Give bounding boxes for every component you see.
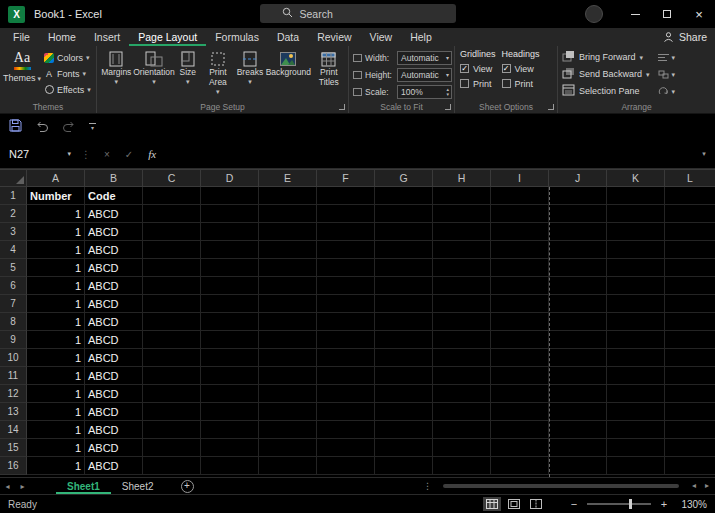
cell-F7[interactable] bbox=[317, 295, 375, 313]
cell-H7[interactable] bbox=[433, 295, 491, 313]
cell-I16[interactable] bbox=[491, 457, 549, 475]
cell-J4[interactable] bbox=[549, 241, 607, 259]
width-combobox[interactable]: Automatic ▾ bbox=[397, 51, 452, 65]
cell-D5[interactable] bbox=[201, 259, 259, 277]
print-area-button[interactable]: Print Area ▾ bbox=[201, 48, 235, 100]
row-header-1[interactable]: 1 bbox=[0, 187, 27, 205]
cell-B10[interactable]: ABCD bbox=[85, 349, 143, 367]
cell-B15[interactable]: ABCD bbox=[85, 439, 143, 457]
zoom-slider-thumb[interactable] bbox=[629, 499, 632, 509]
column-header-A[interactable]: A bbox=[27, 170, 85, 186]
cell-G7[interactable] bbox=[375, 295, 433, 313]
gridlines-print-checkbox[interactable]: Print bbox=[460, 76, 496, 91]
column-header-B[interactable]: B bbox=[85, 170, 143, 186]
cell-C11[interactable] bbox=[143, 367, 201, 385]
cell-H8[interactable] bbox=[433, 313, 491, 331]
cell-I4[interactable] bbox=[491, 241, 549, 259]
column-header-E[interactable]: E bbox=[259, 170, 317, 186]
cell-F2[interactable] bbox=[317, 205, 375, 223]
cell-G16[interactable] bbox=[375, 457, 433, 475]
colors-button[interactable]: Colors ▾ bbox=[42, 50, 93, 65]
cell-H1[interactable] bbox=[433, 187, 491, 205]
cell-L1[interactable] bbox=[665, 187, 715, 205]
rotate-button[interactable]: ▾ bbox=[658, 83, 676, 99]
cell-I2[interactable] bbox=[491, 205, 549, 223]
sheet-tab-sheet1[interactable]: Sheet1 bbox=[56, 478, 111, 494]
column-header-D[interactable]: D bbox=[201, 170, 259, 186]
headings-view-checkbox[interactable]: ✓ View bbox=[502, 61, 540, 76]
cell-D8[interactable] bbox=[201, 313, 259, 331]
zoom-in-button[interactable]: + bbox=[659, 498, 669, 510]
fonts-button[interactable]: A Fonts ▾ bbox=[42, 66, 93, 81]
cell-K12[interactable] bbox=[607, 385, 665, 403]
cell-C8[interactable] bbox=[143, 313, 201, 331]
cell-B2[interactable]: ABCD bbox=[85, 205, 143, 223]
minimize-button[interactable] bbox=[619, 0, 651, 28]
cell-H9[interactable] bbox=[433, 331, 491, 349]
ribbon-tab-view[interactable]: View bbox=[361, 28, 402, 46]
cell-A8[interactable]: 1 bbox=[27, 313, 85, 331]
cell-A13[interactable]: 1 bbox=[27, 403, 85, 421]
ribbon-tab-help[interactable]: Help bbox=[401, 28, 441, 46]
cell-E10[interactable] bbox=[259, 349, 317, 367]
cell-H16[interactable] bbox=[433, 457, 491, 475]
row-header-15[interactable]: 15 bbox=[0, 439, 27, 457]
cell-I5[interactable] bbox=[491, 259, 549, 277]
cell-H11[interactable] bbox=[433, 367, 491, 385]
cell-D13[interactable] bbox=[201, 403, 259, 421]
undo-button[interactable] bbox=[35, 118, 49, 136]
zoom-out-button[interactable]: − bbox=[569, 498, 579, 510]
cell-E7[interactable] bbox=[259, 295, 317, 313]
row-header-7[interactable]: 7 bbox=[0, 295, 27, 313]
zoom-slider[interactable] bbox=[587, 503, 651, 505]
align-button[interactable]: ▾ bbox=[658, 49, 676, 65]
cell-B3[interactable]: ABCD bbox=[85, 223, 143, 241]
ribbon-tab-data[interactable]: Data bbox=[268, 28, 308, 46]
cell-H12[interactable] bbox=[433, 385, 491, 403]
breaks-button[interactable]: Breaks ▾ bbox=[235, 48, 266, 100]
cell-I12[interactable] bbox=[491, 385, 549, 403]
cell-K4[interactable] bbox=[607, 241, 665, 259]
gridlines-view-checkbox[interactable]: ✓ View bbox=[460, 61, 496, 76]
cell-H4[interactable] bbox=[433, 241, 491, 259]
ribbon-tab-review[interactable]: Review bbox=[308, 28, 360, 46]
cell-B8[interactable]: ABCD bbox=[85, 313, 143, 331]
print-titles-button[interactable]: Print Titles bbox=[312, 48, 347, 100]
column-header-G[interactable]: G bbox=[375, 170, 433, 186]
cell-J11[interactable] bbox=[549, 367, 607, 385]
ribbon-tab-file[interactable]: File bbox=[4, 28, 39, 46]
cell-B5[interactable]: ABCD bbox=[85, 259, 143, 277]
row-header-8[interactable]: 8 bbox=[0, 313, 27, 331]
scroll-left-button[interactable]: ◂ bbox=[692, 481, 696, 490]
enter-formula-icon[interactable]: ✓ bbox=[125, 149, 133, 160]
cell-B9[interactable]: ABCD bbox=[85, 331, 143, 349]
cell-I9[interactable] bbox=[491, 331, 549, 349]
send-backward-button[interactable]: Send Backward ▾ bbox=[560, 66, 652, 82]
cell-G10[interactable] bbox=[375, 349, 433, 367]
column-header-J[interactable]: J bbox=[549, 170, 607, 186]
cell-F10[interactable] bbox=[317, 349, 375, 367]
cell-E16[interactable] bbox=[259, 457, 317, 475]
cell-J16[interactable] bbox=[549, 457, 607, 475]
cell-K3[interactable] bbox=[607, 223, 665, 241]
ribbon-tab-page-layout[interactable]: Page Layout bbox=[129, 28, 206, 46]
cell-F16[interactable] bbox=[317, 457, 375, 475]
cell-L2[interactable] bbox=[665, 205, 715, 223]
background-button[interactable]: Background bbox=[265, 48, 311, 100]
cell-C1[interactable] bbox=[143, 187, 201, 205]
cell-L4[interactable] bbox=[665, 241, 715, 259]
cell-F9[interactable] bbox=[317, 331, 375, 349]
cell-E2[interactable] bbox=[259, 205, 317, 223]
row-header-12[interactable]: 12 bbox=[0, 385, 27, 403]
cell-L8[interactable] bbox=[665, 313, 715, 331]
cell-D2[interactable] bbox=[201, 205, 259, 223]
cell-F14[interactable] bbox=[317, 421, 375, 439]
share-button[interactable]: Share bbox=[663, 28, 707, 46]
cell-H3[interactable] bbox=[433, 223, 491, 241]
cell-G14[interactable] bbox=[375, 421, 433, 439]
cell-G12[interactable] bbox=[375, 385, 433, 403]
cell-H15[interactable] bbox=[433, 439, 491, 457]
cell-F4[interactable] bbox=[317, 241, 375, 259]
cell-K14[interactable] bbox=[607, 421, 665, 439]
cell-K10[interactable] bbox=[607, 349, 665, 367]
